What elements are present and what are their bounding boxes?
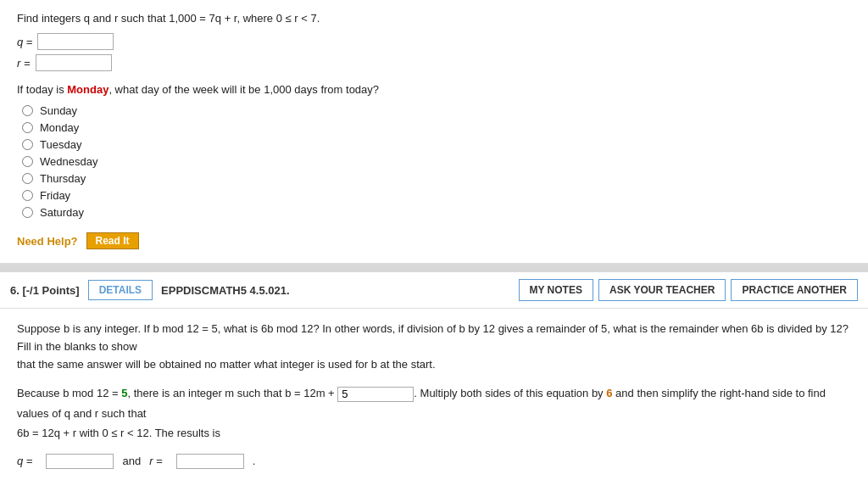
q-input-top[interactable]	[37, 33, 114, 50]
section-divider	[0, 264, 868, 272]
qr-row: q = and r = .	[17, 454, 851, 469]
radio-saturday[interactable]	[22, 207, 33, 218]
need-help-label: Need Help?	[17, 235, 78, 248]
r-input-top[interactable]	[36, 54, 112, 71]
radio-tuesday[interactable]	[22, 139, 33, 150]
equation-line: Because b mod 12 = 5, there is an intege…	[17, 383, 851, 443]
problem6-intro: Suppose b is any integer. If b mod 12 = …	[17, 321, 851, 373]
q-label-p6: q =	[17, 455, 32, 467]
eq-prefix: Because b mod 12 =	[17, 387, 121, 399]
option-tuesday[interactable]: Tuesday	[22, 138, 851, 151]
second-line: 6b = 12q + r with 0 ≤ r < 12. The result…	[17, 427, 220, 439]
radio-wednesday[interactable]	[22, 156, 33, 167]
option-sunday[interactable]: Sunday	[22, 104, 851, 117]
option-monday[interactable]: Monday	[22, 121, 851, 134]
read-it-button[interactable]: Read It	[86, 232, 139, 249]
q-input-p6[interactable]	[46, 454, 114, 469]
option-friday[interactable]: Friday	[22, 189, 851, 202]
day-options: Sunday Monday Tuesday Wednesday Thursday…	[22, 104, 851, 219]
option-thursday[interactable]: Thursday	[22, 172, 851, 185]
day-question: If today is Monday, what day of the week…	[17, 83, 851, 96]
radio-sunday[interactable]	[22, 105, 33, 116]
eq-suffix: . Multiply both sides of this equation b…	[414, 387, 606, 399]
eq-mid: , there is an integer m such that b = 12…	[127, 387, 337, 399]
header-buttons: MY NOTES ASK YOUR TEACHER PRACTICE ANOTH…	[519, 279, 859, 301]
and-label: and	[122, 455, 141, 467]
q-label-top: q =	[17, 36, 32, 48]
problem6-header: 6. [-/1 Points] DETAILS EPPDISCMATH5 4.5…	[0, 272, 868, 309]
option-wednesday[interactable]: Wednesday	[22, 155, 851, 168]
r-label-p6: r =	[149, 455, 163, 467]
radio-thursday[interactable]	[22, 173, 33, 184]
problem6-code: EPPDISCMATH5 4.5.021.	[161, 284, 509, 297]
r-label-top: r =	[17, 57, 31, 70]
eq-box1[interactable]	[337, 387, 414, 402]
practice-another-button[interactable]: PRACTICE ANOTHER	[731, 279, 858, 301]
period-dot: .	[253, 455, 256, 467]
r-input-p6[interactable]	[176, 454, 244, 469]
problem6-number: 6. [-/1 Points]	[10, 284, 80, 297]
radio-monday[interactable]	[22, 122, 33, 133]
radio-friday[interactable]	[22, 190, 33, 201]
need-help-row: Need Help? Read It	[17, 232, 851, 249]
my-notes-button[interactable]: MY NOTES	[519, 279, 593, 301]
option-saturday[interactable]: Saturday	[22, 206, 851, 219]
details-tab[interactable]: DETAILS	[88, 280, 153, 300]
ask-teacher-button[interactable]: ASK YOUR TEACHER	[598, 279, 726, 301]
problem6-body: Suppose b is any integer. If b mod 12 = …	[0, 309, 868, 480]
top-problem-text: Find integers q and r such that 1,000 = …	[17, 12, 851, 25]
